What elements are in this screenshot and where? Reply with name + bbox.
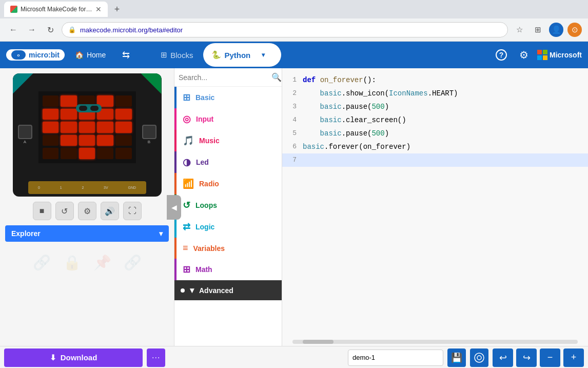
menu-icon[interactable]: ⊙ [567, 23, 582, 37]
help-button[interactable]: ? [492, 46, 511, 64]
python-dropdown-arrow[interactable]: ▾ [253, 47, 273, 63]
block-item-loops[interactable]: ↺ Loops [174, 195, 282, 216]
collapse-button[interactable]: ◀ [167, 195, 181, 220]
svg-point-2 [475, 353, 484, 362]
block-item-led[interactable]: ◑ Led [174, 151, 282, 173]
logo-text: micro:bit [29, 51, 60, 59]
block-list: ⊞ Basic ◎ Input 🎵 Music ◑ Led 📶 Radio ↺ … [174, 87, 282, 300]
block-item-radio[interactable]: 📶 Radio [174, 173, 282, 195]
search-input[interactable] [179, 73, 268, 82]
ms-square-red [537, 50, 542, 54]
restart-button[interactable]: ↺ [55, 202, 74, 220]
settings-button[interactable]: ⚙ [515, 46, 533, 64]
explorer-bar[interactable]: Explorer ▾ [5, 225, 169, 242]
microbit-face [73, 104, 104, 114]
block-item-music[interactable]: 🎵 Music [174, 130, 282, 151]
home-button[interactable]: 🏠 Home [69, 51, 112, 59]
code-scrollbar[interactable] [292, 340, 578, 344]
variables-icon: ≡ [183, 243, 188, 254]
blocks-label: Blocks [170, 51, 193, 60]
code-area[interactable]: 1 def on_forever(): 2 basic.show_icon(Ic… [282, 68, 588, 340]
download-icon: ⬇ [50, 353, 56, 362]
line-content-4: basic.clear_screen() [303, 113, 588, 127]
zoom-in-button[interactable]: + [563, 348, 584, 367]
redo-button[interactable]: ↪ [516, 348, 537, 367]
line-number-4: 4 [282, 113, 303, 127]
debug-button[interactable]: ⚙ [78, 202, 96, 220]
main-content: A B 0 1 2 3V GND ■ ↺ [0, 68, 588, 346]
explorer-label: Explorer [11, 229, 41, 238]
app-header: o micro:bit 🏠 Home ⇆ ⊞ Blocks 🐍 Python ▾… [0, 42, 588, 68]
code-line-2: 2 basic.show_icon(IconNames.HEART) [282, 87, 588, 100]
block-item-input[interactable]: ◎ Input [174, 108, 282, 130]
zoom-out-icon: − [547, 352, 553, 363]
url-text: makecode.microbit.org/beta#editor [80, 26, 183, 34]
loops-label: Loops [195, 201, 217, 209]
variables-label: Variables [193, 244, 225, 253]
address-bar[interactable]: 🔒 makecode.microbit.org/beta#editor [62, 22, 508, 37]
active-tab[interactable]: Microsoft MakeCode for micro:b ✕ [4, 2, 108, 17]
share-button[interactable]: ⇆ [116, 49, 136, 61]
input-label: Input [196, 115, 213, 123]
new-tab-button[interactable]: + [110, 2, 124, 16]
led-1-0 [43, 109, 59, 120]
project-name-input[interactable] [348, 350, 443, 366]
led-2-4 [115, 122, 132, 133]
code-line-4: 4 basic.clear_screen() [282, 113, 588, 127]
led-4-0 [43, 148, 59, 159]
led-label: Led [196, 158, 209, 166]
mute-button[interactable]: 🔊 [101, 202, 119, 220]
forward-button[interactable]: → [25, 23, 39, 37]
bottom-bar: ⬇ Download ··· 💾 ↩ ↪ − + [0, 346, 588, 368]
code-line-6: 6 basic.forever(on_forever) [282, 140, 588, 153]
back-button[interactable]: ← [6, 23, 21, 37]
python-tab[interactable]: 🐍 Python ▾ [203, 43, 281, 67]
line-content-2: basic.show_icon(IconNames.HEART) [303, 87, 588, 100]
button-a[interactable]: A [18, 125, 32, 139]
led-0-0 [43, 95, 59, 107]
tab-close-button[interactable]: ✕ [95, 5, 102, 13]
refresh-button[interactable]: ↻ [43, 23, 57, 37]
music-icon: 🎵 [183, 135, 194, 146]
redo-icon: ↪ [523, 352, 531, 363]
bookmark-icon[interactable]: ☆ [512, 23, 526, 37]
download-label: Download [61, 353, 97, 362]
blocks-tab[interactable]: ⊞ Blocks [150, 46, 203, 64]
account-icon[interactable]: 👤 [549, 23, 563, 37]
led-3-4 [115, 135, 132, 146]
undo-icon: ↩ [499, 352, 507, 363]
button-b[interactable]: B [142, 125, 156, 139]
download-button[interactable]: ⬇ Download [4, 348, 143, 367]
block-item-logic[interactable]: ⇄ Logic [174, 216, 282, 238]
tab-title: Microsoft MakeCode for micro:b [21, 6, 92, 13]
advanced-arrow-icon: ▾ [190, 285, 194, 295]
tab-favicon [10, 6, 17, 13]
block-item-basic[interactable]: ⊞ Basic [174, 87, 282, 108]
block-item-variables[interactable]: ≡ Variables [174, 238, 282, 259]
undo-button[interactable]: ↩ [493, 348, 513, 367]
ms-square-yellow [543, 55, 547, 60]
simulator-panel: A B 0 1 2 3V GND ■ ↺ [0, 68, 174, 346]
microsoft-logo: Microsoft [537, 50, 582, 60]
blocks-icon: ⊞ [161, 50, 167, 60]
extension-icon[interactable]: ⊞ [531, 23, 545, 37]
tab-bar: Microsoft MakeCode for micro:b ✕ + [0, 0, 588, 18]
address-bar-row: ← → ↻ 🔒 makecode.microbit.org/beta#edito… [0, 18, 588, 41]
bottom-right-buttons: ↩ ↪ − + [493, 348, 584, 367]
block-item-math[interactable]: ⊞ Math [174, 259, 282, 280]
code-line-7: 7 [282, 153, 588, 167]
github-button[interactable] [470, 348, 488, 367]
download-more-button[interactable]: ··· [147, 348, 165, 367]
sim-controls: ■ ↺ ⚙ 🔊 ⛶ [33, 202, 142, 220]
save-button[interactable]: 💾 [447, 348, 466, 367]
python-icon: 🐍 [211, 50, 221, 60]
lock-icon: 🔒 [68, 26, 76, 33]
block-item-advanced[interactable]: ▾ Advanced [174, 280, 282, 300]
stop-button[interactable]: ■ [33, 202, 51, 220]
line-content-5: basic.pause(500) [303, 127, 588, 140]
bg-decorations: 🔗 🔒 📌 🔗 [25, 246, 150, 279]
zoom-out-button[interactable]: − [540, 348, 560, 367]
line-number-3: 3 [282, 100, 303, 113]
led-3-2 [79, 135, 95, 146]
fullscreen-button[interactable]: ⛶ [123, 202, 142, 220]
